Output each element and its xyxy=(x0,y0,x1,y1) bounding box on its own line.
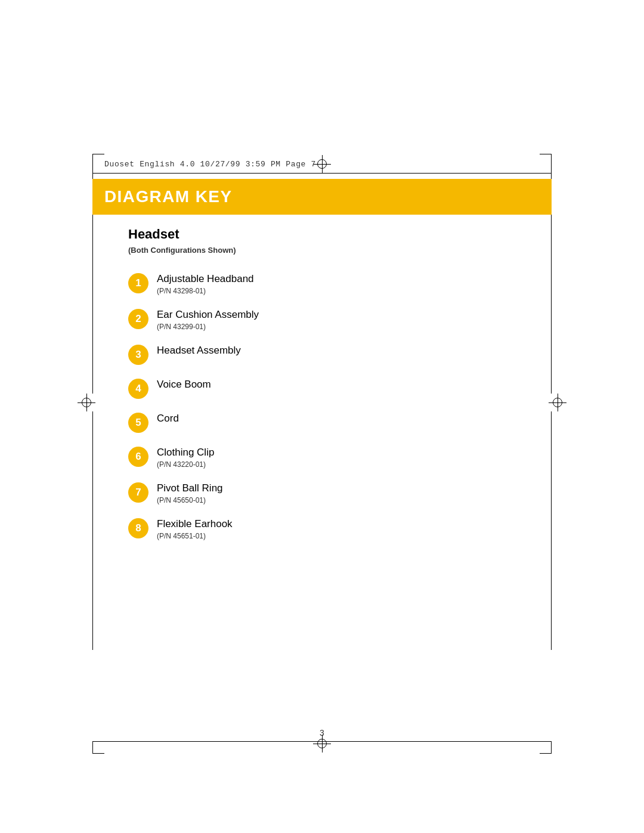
list-item: 3Headset Assembly xyxy=(128,344,516,365)
item-name-5: Cord xyxy=(157,412,179,425)
diagram-key-title: DIAGRAM KEY xyxy=(104,187,540,206)
corner-bracket-tl xyxy=(92,154,104,166)
list-item: 7Pivot Ball Ring(P/N 45650-01) xyxy=(128,482,516,504)
item-text-8: Flexible Earhook(P/N 45651-01) xyxy=(157,518,233,540)
item-name-3: Headset Assembly xyxy=(157,344,241,357)
item-badge-4: 4 xyxy=(128,379,148,399)
item-text-7: Pivot Ball Ring(P/N 45650-01) xyxy=(157,482,223,504)
item-name-6: Clothing Clip xyxy=(157,446,214,459)
header-meta: Duoset English 4.0 10/27/99 3:59 PM Page… xyxy=(104,160,316,169)
crop-mark-right xyxy=(549,394,566,411)
item-name-1: Adjustable Headband xyxy=(157,272,254,286)
item-part-2: (P/N 43299-01) xyxy=(157,323,259,331)
subtitle: (Both Configurations Shown) xyxy=(128,246,516,255)
vertical-line-left-bottom xyxy=(92,411,93,650)
item-part-6: (P/N 43220-01) xyxy=(157,460,214,469)
corner-bracket-bl xyxy=(92,742,104,754)
item-text-2: Ear Cushion Assembly(P/N 43299-01) xyxy=(157,308,259,331)
corner-bracket-tr xyxy=(540,154,552,166)
item-text-6: Clothing Clip(P/N 43220-01) xyxy=(157,446,214,469)
item-badge-6: 6 xyxy=(128,447,148,467)
item-part-1: (P/N 43298-01) xyxy=(157,287,254,295)
item-badge-2: 2 xyxy=(128,309,148,329)
horizontal-rule-bottom xyxy=(92,741,552,742)
list-item: 5Cord xyxy=(128,412,516,433)
item-name-2: Ear Cushion Assembly xyxy=(157,308,259,321)
item-badge-1: 1 xyxy=(128,273,148,293)
list-item: 4Voice Boom xyxy=(128,378,516,399)
item-text-1: Adjustable Headband(P/N 43298-01) xyxy=(157,272,254,295)
section-title: Headset xyxy=(128,227,516,242)
page-number: 3 xyxy=(320,728,324,738)
list-item: 6Clothing Clip(P/N 43220-01) xyxy=(128,446,516,469)
vertical-line-right-bottom xyxy=(551,411,552,650)
item-badge-3: 3 xyxy=(128,345,148,365)
item-name-7: Pivot Ball Ring xyxy=(157,482,223,495)
item-text-3: Headset Assembly xyxy=(157,344,241,357)
item-part-8: (P/N 45651-01) xyxy=(157,532,233,540)
item-text-4: Voice Boom xyxy=(157,378,211,391)
item-badge-8: 8 xyxy=(128,518,148,538)
item-part-7: (P/N 45650-01) xyxy=(157,496,223,504)
diagram-key-header-bar: DIAGRAM KEY xyxy=(92,179,552,215)
horizontal-rule-top xyxy=(92,173,552,174)
crop-mark-left xyxy=(78,394,95,411)
list-item: 1Adjustable Headband(P/N 43298-01) xyxy=(128,272,516,295)
page: Duoset English 4.0 10/27/99 3:59 PM Page… xyxy=(0,0,644,833)
list-item: 2Ear Cushion Assembly(P/N 43299-01) xyxy=(128,308,516,331)
item-name-4: Voice Boom xyxy=(157,378,211,391)
content-area: Headset (Both Configurations Shown) 1Adj… xyxy=(128,227,516,553)
corner-bracket-br xyxy=(540,742,552,754)
item-badge-7: 7 xyxy=(128,482,148,503)
item-list: 1Adjustable Headband(P/N 43298-01)2Ear C… xyxy=(128,272,516,540)
item-text-5: Cord xyxy=(157,412,179,425)
item-badge-5: 5 xyxy=(128,413,148,433)
item-name-8: Flexible Earhook xyxy=(157,518,233,531)
list-item: 8Flexible Earhook(P/N 45651-01) xyxy=(128,518,516,540)
